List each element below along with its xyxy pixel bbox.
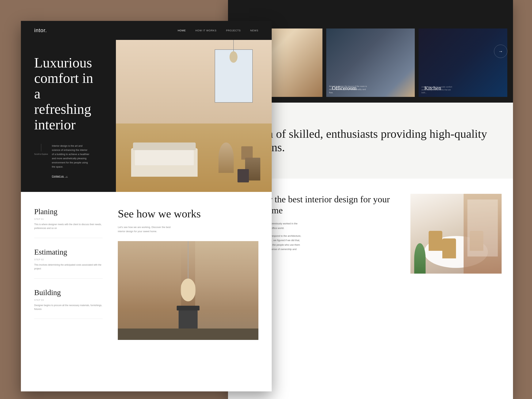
bedroom-bed <box>131 148 198 177</box>
dining-chair-3 <box>442 238 456 258</box>
hero-description-block: Interior design is the art and science o… <box>52 144 90 178</box>
dining-img-bg <box>410 194 502 274</box>
interior-scene-bg <box>118 241 258 340</box>
bedroom-pendant <box>233 40 234 63</box>
step-building-desc: Designer begins to procure all the neces… <box>34 304 103 311</box>
step-planing-number: STEP 01 <box>34 218 103 220</box>
hero-description: Interior design is the art and science o… <box>52 144 90 169</box>
see-how-column: See how we works Let's see how we are wo… <box>118 207 258 340</box>
scroll-label: Scroll to Explore <box>34 153 48 156</box>
side-stool <box>238 169 249 182</box>
contact-us-link[interactable]: Contact us → <box>52 175 90 178</box>
scene: or ace design, involve creating function… <box>0 0 532 399</box>
see-how-image <box>118 241 258 340</box>
site-header: intor. HOME HOW IT WORKS PROJECTS NEWS <box>21 21 272 40</box>
step-building-title: Building <box>34 288 103 297</box>
contact-label: Contact us <box>52 175 64 178</box>
dining-room-image <box>410 194 502 274</box>
step-planing-title: Planing <box>34 207 103 216</box>
step-building: Building STEP 03 Designer begins to proc… <box>34 288 103 319</box>
nav-item-how[interactable]: HOW IT WORKS <box>195 29 216 32</box>
main-nav: HOME HOW IT WORKS PROJECTS NEWS <box>178 29 258 32</box>
hero-content: Luxurious comfort in a refreshing interi… <box>21 40 112 192</box>
steps-column: Planing STEP 01 This is where designer m… <box>34 207 103 340</box>
front-window: intor. HOME HOW IT WORKS PROJECTS NEWS L… <box>21 21 272 391</box>
contact-arrow-icon: → <box>65 175 68 178</box>
next-arrow-button[interactable]: → <box>494 45 507 58</box>
hero-image-container <box>116 40 272 192</box>
right-wall <box>195 241 258 340</box>
step-estimating-number: STEP 02 <box>34 258 103 261</box>
nav-item-news[interactable]: NEWS <box>250 29 258 32</box>
project-card-kitchen[interactable]: Kitchen creating spaces that provide com… <box>418 28 507 97</box>
step-planing-desc: This is where designer meets with the cl… <box>34 222 103 230</box>
step-planing: Planing STEP 01 This is where designer m… <box>34 207 103 238</box>
hero-section: Luxurious comfort in a refreshing interi… <box>21 40 272 192</box>
left-wall <box>118 241 181 340</box>
pampas-grass <box>218 142 234 173</box>
step-building-number: STEP 03 <box>34 299 103 301</box>
arrow-right-icon: → <box>498 49 503 54</box>
nav-item-projects[interactable]: PROJECTS <box>226 29 241 32</box>
white-section: Planing STEP 01 This is where designer m… <box>21 192 272 391</box>
step-estimating-desc: This involves determining the anticipate… <box>34 263 103 271</box>
nav-item-home[interactable]: HOME <box>178 29 186 32</box>
step-estimating-title: Estimating <box>34 247 103 256</box>
step-estimating: Estimating STEP 02 This involves determi… <box>34 247 103 279</box>
project-label-kitchen: Kitchen <box>424 85 441 91</box>
project-card-office[interactable]: Officeroom Aimed to design the layout of… <box>326 28 415 97</box>
dining-chair-1 <box>429 231 442 251</box>
lamp-shade <box>180 279 196 301</box>
see-how-desc: Let's see how we are working. Discover t… <box>118 225 179 234</box>
site-logo: intor. <box>34 27 47 33</box>
hanging-light-cord <box>188 241 189 281</box>
floor-rug <box>118 329 258 340</box>
see-how-heading: See how we works <box>118 207 258 220</box>
project-label-office: Officeroom <box>332 85 357 91</box>
plant <box>414 243 426 274</box>
scroll-indicator: Scroll to Explore <box>34 144 48 156</box>
hero-heading: Luxurious comfort in a refreshing interi… <box>34 55 99 133</box>
team-heading: A team of skilled, enthusiasts providing… <box>239 127 502 154</box>
window-light <box>467 200 498 256</box>
hero-bedroom-image <box>116 40 272 192</box>
how-it-works-section: Planing STEP 01 This is where designer m… <box>21 192 272 355</box>
